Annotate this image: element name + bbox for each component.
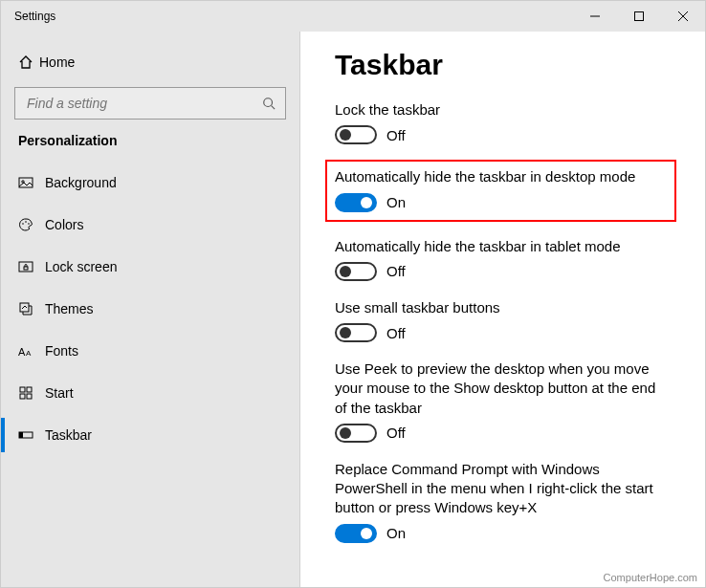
- sidebar-item-label: Taskbar: [45, 427, 92, 443]
- toggle-switch[interactable]: [335, 125, 377, 144]
- themes-icon: [18, 301, 45, 316]
- home-label: Home: [39, 54, 75, 70]
- minimize-button[interactable]: [573, 1, 617, 32]
- search-box[interactable]: [14, 87, 286, 120]
- start-icon: [18, 385, 45, 401]
- setting-label: Automatically hide the taskbar in deskto…: [335, 167, 667, 186]
- svg-rect-21: [19, 432, 23, 438]
- svg-point-9: [25, 221, 27, 223]
- setting-label: Replace Command Prompt with Windows Powe…: [335, 460, 671, 518]
- sidebar: Home Personalization Background Colo: [1, 32, 300, 587]
- toggle-state: Off: [386, 127, 406, 143]
- svg-rect-18: [20, 394, 25, 399]
- svg-point-10: [28, 223, 30, 225]
- lock-screen-icon: [18, 259, 45, 274]
- setting-row: Lock the taskbarOff: [335, 98, 671, 146]
- svg-text:A: A: [18, 346, 26, 358]
- home-link[interactable]: Home: [1, 43, 299, 81]
- maximize-button[interactable]: [617, 1, 661, 32]
- svg-text:A: A: [26, 349, 32, 358]
- setting-row: Automatically hide the taskbar in tablet…: [335, 235, 671, 283]
- toggle-state: Off: [386, 263, 406, 279]
- toggle-switch[interactable]: [335, 262, 377, 281]
- toggle-state: Off: [386, 425, 406, 441]
- sidebar-item-themes[interactable]: Themes: [1, 288, 299, 330]
- titlebar: Settings: [1, 1, 705, 32]
- setting-label: Automatically hide the taskbar in tablet…: [335, 237, 671, 256]
- category-label: Personalization: [1, 133, 299, 148]
- page-title: Taskbar: [335, 49, 671, 81]
- sidebar-item-start[interactable]: Start: [1, 372, 299, 414]
- window-title: Settings: [14, 10, 55, 23]
- settings-window: Settings Home: [0, 0, 706, 588]
- search-input[interactable]: [25, 95, 262, 112]
- sidebar-item-lock-screen[interactable]: Lock screen: [1, 246, 299, 288]
- sidebar-item-label: Lock screen: [45, 259, 117, 274]
- svg-rect-12: [24, 267, 28, 270]
- fonts-icon: AA: [18, 344, 45, 358]
- main-content: Taskbar Lock the taskbarOffAutomatically…: [300, 32, 705, 587]
- taskbar-icon: [18, 427, 45, 443]
- palette-icon: [18, 217, 45, 232]
- sidebar-item-colors[interactable]: Colors: [1, 204, 299, 246]
- setting-row: Automatically hide the taskbar in deskto…: [325, 160, 676, 221]
- home-icon: [18, 54, 39, 70]
- window-controls: [573, 1, 705, 32]
- setting-label: Use Peek to preview the desktop when you…: [335, 359, 671, 418]
- svg-rect-16: [20, 387, 25, 392]
- sidebar-item-label: Colors: [45, 217, 83, 232]
- sidebar-item-taskbar[interactable]: Taskbar: [1, 414, 299, 456]
- setting-label: Lock the taskbar: [335, 100, 671, 120]
- setting-row: Use small taskbar buttonsOff: [335, 296, 671, 344]
- toggle-switch[interactable]: [335, 193, 377, 212]
- toggle-switch[interactable]: [335, 524, 377, 543]
- picture-icon: [18, 175, 45, 190]
- sidebar-item-label: Start: [45, 385, 74, 401]
- sidebar-item-fonts[interactable]: AA Fonts: [1, 330, 299, 372]
- svg-point-8: [22, 223, 24, 225]
- search-icon: [262, 97, 276, 110]
- toggle-state: On: [386, 525, 406, 541]
- svg-rect-19: [27, 394, 32, 399]
- toggle-state: On: [386, 194, 406, 210]
- watermark: ComputerHope.com: [604, 572, 697, 583]
- setting-row: Use Peek to preview the desktop when you…: [335, 358, 671, 445]
- svg-point-4: [264, 98, 273, 107]
- sidebar-item-label: Background: [45, 175, 117, 190]
- svg-rect-6: [19, 178, 33, 187]
- setting-row: Replace Command Prompt with Windows Powe…: [335, 458, 671, 545]
- close-button[interactable]: [661, 1, 705, 32]
- sidebar-item-label: Themes: [45, 301, 94, 316]
- toggle-switch[interactable]: [335, 323, 377, 342]
- svg-rect-17: [27, 387, 32, 392]
- setting-label: Use small taskbar buttons: [335, 298, 671, 317]
- svg-rect-1: [635, 12, 644, 21]
- sidebar-item-label: Fonts: [45, 343, 78, 359]
- toggle-switch[interactable]: [335, 424, 377, 443]
- svg-rect-13: [20, 303, 29, 312]
- svg-line-5: [272, 106, 276, 110]
- toggle-state: Off: [386, 325, 406, 341]
- sidebar-item-background[interactable]: Background: [1, 162, 299, 204]
